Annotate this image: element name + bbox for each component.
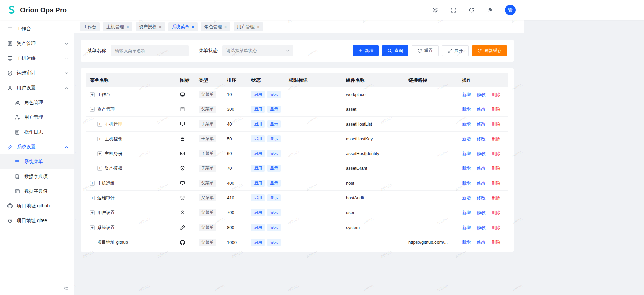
delete-link[interactable]: 删除 [492, 106, 500, 112]
status-badge: 启用 [251, 150, 265, 157]
delete-link[interactable]: 删除 [492, 151, 500, 157]
tab-item[interactable]: 工作台 [80, 22, 100, 31]
expand-toggle-icon[interactable]: + [97, 151, 102, 156]
expand-toggle-icon[interactable]: + [90, 196, 95, 200]
wrench-icon [7, 144, 13, 150]
delete-link[interactable]: 删除 [492, 195, 500, 201]
edit-link[interactable]: 修改 [477, 165, 486, 171]
delete-link[interactable]: 删除 [492, 239, 500, 245]
edit-link[interactable]: 修改 [477, 106, 486, 112]
search-button[interactable]: 查询 [382, 45, 408, 56]
delete-link[interactable]: 删除 [492, 165, 500, 171]
watermark-text: admin [138, 283, 150, 292]
tab-item[interactable]: 角色管理× [201, 22, 230, 31]
edit-link[interactable]: 修改 [477, 151, 486, 157]
sidebar-item-github[interactable]: 项目地址 github [0, 199, 74, 213]
expand-button[interactable]: 展开 [442, 45, 469, 56]
chevron-up-icon [64, 86, 69, 90]
actions-cell: 新增修改删除 [459, 136, 508, 142]
status-badge: 启用 [251, 239, 265, 246]
menu-name: 主机身份 [105, 151, 122, 157]
add-link[interactable]: 新增 [462, 180, 471, 186]
close-icon[interactable]: × [191, 24, 194, 29]
status-cell: 启用显示 [248, 106, 286, 113]
tab-item[interactable]: 主机管理× [103, 22, 132, 31]
type-cell: 父菜单 [196, 239, 224, 246]
sidebar-item-dict-item[interactable]: 数据字典项 [0, 169, 74, 184]
add-link[interactable]: 新增 [462, 121, 471, 127]
theme-toggle-icon[interactable] [432, 7, 438, 13]
expand-toggle-icon[interactable]: + [97, 166, 102, 171]
menu-icon [15, 159, 20, 164]
add-link[interactable]: 新增 [462, 106, 471, 112]
add-link[interactable]: 新增 [462, 151, 471, 157]
expand-toggle-icon[interactable]: + [90, 225, 95, 230]
sidebar-item-host-ops[interactable]: 主机运维 [0, 51, 74, 66]
sort-value: 50 [227, 136, 232, 141]
sidebar-item-role-manage[interactable]: 角色管理 [0, 95, 74, 110]
add-link[interactable]: 新增 [462, 92, 471, 98]
reset-button[interactable]: 重置 [412, 45, 439, 56]
edit-link[interactable]: 修改 [477, 225, 486, 231]
edit-link[interactable]: 修改 [477, 180, 486, 186]
delete-link[interactable]: 删除 [492, 136, 500, 142]
delete-link[interactable]: 删除 [492, 180, 500, 186]
sidebar-item-user-settings[interactable]: 用户设置 [0, 81, 74, 95]
menu-status-select[interactable]: 请选择菜单状态 [222, 45, 293, 56]
expand-toggle-icon[interactable]: + [97, 137, 102, 141]
sidebar-item-system-settings[interactable]: 系统设置 [0, 140, 74, 154]
add-link[interactable]: 新增 [462, 136, 471, 142]
collapse-toggle-icon[interactable]: − [90, 107, 95, 112]
tab-item[interactable]: 用户管理× [234, 22, 263, 31]
edit-link[interactable]: 修改 [477, 239, 486, 245]
expand-toggle-icon[interactable]: + [90, 92, 95, 97]
settings-gear-icon[interactable] [487, 7, 493, 13]
component-name: hostAudit [346, 195, 364, 200]
edit-link[interactable]: 修改 [477, 92, 486, 98]
sort-value: 300 [227, 107, 234, 112]
edit-link[interactable]: 修改 [477, 121, 486, 127]
edit-link[interactable]: 修改 [477, 195, 486, 201]
actions-cell: 新增修改删除 [459, 195, 508, 201]
sidebar-item-ops-audit[interactable]: 运维审计 [0, 66, 74, 81]
delete-link[interactable]: 删除 [492, 121, 500, 127]
tab-item[interactable]: 系统菜单× [168, 22, 197, 31]
add-link[interactable]: 新增 [462, 225, 471, 231]
delete-link[interactable]: 删除 [492, 92, 500, 98]
delete-link[interactable]: 删除 [492, 225, 500, 231]
edit-link[interactable]: 修改 [477, 136, 486, 142]
add-link[interactable]: 新增 [462, 195, 471, 201]
sidebar-item-user-manage[interactable]: 用户管理 [0, 110, 74, 125]
close-icon[interactable]: × [257, 24, 260, 29]
add-link[interactable]: 新增 [462, 210, 471, 216]
sidebar-item-system-menu[interactable]: 系统菜单 [0, 154, 74, 169]
refresh-cache-button[interactable]: 刷新缓存 [472, 45, 507, 56]
sidebar-item-asset[interactable]: 资产管理 [0, 36, 74, 51]
sidebar-item-dict-value[interactable]: 数据字典值 [0, 184, 74, 199]
refresh-icon[interactable] [469, 7, 474, 13]
close-icon[interactable]: × [159, 24, 162, 29]
expand-toggle-icon[interactable]: + [90, 210, 95, 215]
shield-icon [7, 70, 13, 76]
sidebar-item-workplace[interactable]: 工作台 [0, 21, 74, 36]
expand-toggle-icon[interactable]: + [97, 122, 102, 127]
edit-link[interactable]: 修改 [477, 210, 486, 216]
add-link[interactable]: 新增 [462, 239, 471, 245]
add-button[interactable]: 新增 [353, 45, 379, 56]
sidebar-collapse-icon[interactable] [63, 285, 69, 290]
delete-link[interactable]: 删除 [492, 210, 500, 216]
expand-toggle-icon[interactable]: + [90, 181, 95, 186]
menu-name-cell: +工作台 [86, 92, 177, 98]
visible-badge: 显示 [267, 194, 281, 201]
menu-name-input[interactable] [111, 45, 189, 56]
fullscreen-icon[interactable] [451, 7, 456, 13]
sidebar-item-op-log[interactable]: 操作日志 [0, 125, 74, 140]
avatar[interactable]: 管 [505, 5, 516, 15]
tab-item[interactable]: 资产授权× [136, 22, 165, 31]
sidebar-item-gitee[interactable]: 项目地址 gitee [0, 213, 74, 228]
close-icon[interactable]: × [126, 24, 129, 29]
visible-badge: 显示 [267, 209, 281, 216]
add-link[interactable]: 新增 [462, 165, 471, 171]
close-icon[interactable]: × [224, 24, 227, 29]
menu-name-cell: +主机身份 [86, 151, 177, 157]
